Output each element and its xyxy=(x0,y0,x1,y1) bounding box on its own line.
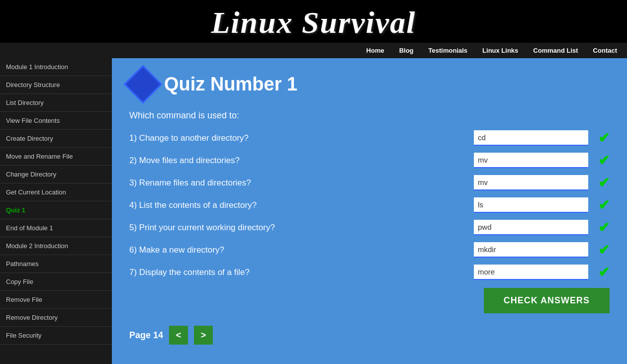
sidebar-item-create-dir[interactable]: Create Directory xyxy=(0,130,112,148)
quiz-title: Quiz Number 1 xyxy=(164,74,297,95)
question-row-3: 3) Rename files and directories? ✔ xyxy=(129,175,610,191)
nav-bar: Home Blog Testimonials Linux Links Comma… xyxy=(0,43,627,58)
next-page-button[interactable]: > xyxy=(194,326,213,345)
question-text-6: 6) Make a new directory? xyxy=(129,245,464,255)
sidebar-item-view-file[interactable]: View File Contents xyxy=(0,112,112,130)
sidebar-item-move-rename[interactable]: Move and Rename File xyxy=(0,148,112,166)
input-check-group-6: ✔ xyxy=(474,242,610,258)
sidebar-item-list-dir[interactable]: List Directory xyxy=(0,94,112,112)
input-check-group-2: ✔ xyxy=(474,152,610,169)
checkmark-1: ✔ xyxy=(598,130,610,146)
sidebar-item-file-security[interactable]: File Security xyxy=(0,327,112,345)
answer-input-4[interactable] xyxy=(474,197,588,213)
sidebar-item-copy-file[interactable]: Copy File xyxy=(0,273,112,291)
content-area: Quiz Number 1 Which command is used to: … xyxy=(112,58,627,364)
question-text-2: 2) Move files and directories? xyxy=(129,156,464,166)
question-text-7: 7) Display the contents of a file? xyxy=(129,268,464,277)
prev-page-button[interactable]: < xyxy=(169,326,188,345)
sidebar-item-get-location[interactable]: Get Current Location xyxy=(0,183,112,201)
sidebar: Module 1 Introduction Directory Structur… xyxy=(0,58,112,364)
sidebar-item-module2-intro[interactable]: Module 2 Introduction xyxy=(0,237,112,255)
sidebar-item-end-module1[interactable]: End of Module 1 xyxy=(0,219,112,237)
question-text-3: 3) Rename files and directories? xyxy=(129,178,464,188)
answer-input-6[interactable] xyxy=(474,242,588,258)
nav-contact[interactable]: Contact xyxy=(593,47,617,54)
sidebar-item-remove-file[interactable]: Remove File xyxy=(0,291,112,309)
diamond-icon xyxy=(124,65,163,104)
checkmark-3: ✔ xyxy=(598,175,610,191)
check-answers-button[interactable]: CHECK ANSWERS xyxy=(484,288,610,313)
nav-command-list[interactable]: Command List xyxy=(533,47,578,54)
quiz-subtitle: Which command is used to: xyxy=(129,110,610,121)
question-text-1: 1) Change to another directory? xyxy=(129,133,464,143)
quiz-title-wrapper: Quiz Number 1 xyxy=(129,71,610,98)
site-title: Linux Survival xyxy=(0,5,627,40)
checkmark-6: ✔ xyxy=(598,242,610,258)
input-check-group-1: ✔ xyxy=(474,130,610,146)
answer-input-1[interactable] xyxy=(474,130,588,146)
checkmark-2: ✔ xyxy=(598,152,610,169)
input-check-group-4: ✔ xyxy=(474,197,610,213)
question-row-2: 2) Move files and directories? ✔ xyxy=(129,152,610,169)
checkmark-4: ✔ xyxy=(598,197,610,213)
sidebar-item-pathnames[interactable]: Pathnames xyxy=(0,255,112,273)
sidebar-item-quiz1[interactable]: Quiz 1 xyxy=(0,201,112,219)
page-label: Page 14 xyxy=(129,330,163,341)
sidebar-item-module1-intro[interactable]: Module 1 Introduction xyxy=(0,58,112,76)
questions-section: 1) Change to another directory? ✔ 2) Mov… xyxy=(129,130,610,280)
answer-input-5[interactable] xyxy=(474,220,588,235)
main-layout: Module 1 Introduction Directory Structur… xyxy=(0,58,627,364)
question-text-4: 4) List the contents of a directory? xyxy=(129,200,464,210)
nav-home[interactable]: Home xyxy=(366,47,384,54)
nav-testimonials[interactable]: Testimonials xyxy=(429,47,468,54)
question-row-7: 7) Display the contents of a file? ✔ xyxy=(129,264,610,280)
question-row-4: 4) List the contents of a directory? ✔ xyxy=(129,197,610,213)
pagination: Page 14 < > xyxy=(129,326,610,345)
input-check-group-3: ✔ xyxy=(474,175,610,191)
sidebar-item-change-dir[interactable]: Change Directory xyxy=(0,166,112,183)
answer-input-3[interactable] xyxy=(474,175,588,190)
site-header: Linux Survival xyxy=(0,0,627,43)
nav-blog[interactable]: Blog xyxy=(399,47,414,54)
sidebar-item-dir-structure[interactable]: Directory Structure xyxy=(0,76,112,94)
answer-input-2[interactable] xyxy=(474,153,588,168)
question-text-5: 5) Print your current working directory? xyxy=(129,223,464,233)
checkmark-7: ✔ xyxy=(598,264,610,280)
checkmark-5: ✔ xyxy=(598,219,610,236)
answer-input-7[interactable] xyxy=(474,265,588,280)
question-row-6: 6) Make a new directory? ✔ xyxy=(129,242,610,258)
nav-linux-links[interactable]: Linux Links xyxy=(482,47,518,54)
input-check-group-7: ✔ xyxy=(474,264,610,280)
sidebar-item-remove-dir[interactable]: Remove Directory xyxy=(0,309,112,327)
question-row-1: 1) Change to another directory? ✔ xyxy=(129,130,610,146)
question-row-5: 5) Print your current working directory?… xyxy=(129,219,610,236)
input-check-group-5: ✔ xyxy=(474,219,610,236)
